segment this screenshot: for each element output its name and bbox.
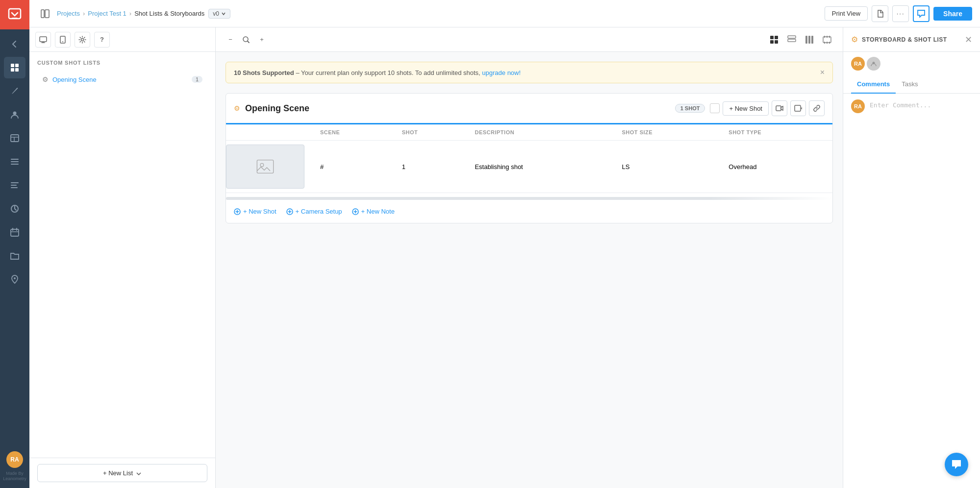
grid4-view-button[interactable] (766, 32, 782, 48)
upgrade-link[interactable]: upgrade now! (482, 69, 521, 76)
zoom-in-button[interactable]: + (255, 33, 269, 47)
scene-title: Opening Scene (245, 103, 670, 114)
sidebar-item-users[interactable] (4, 104, 25, 125)
sidebar-item-list[interactable] (4, 151, 25, 172)
tablet-view-button[interactable] (55, 32, 71, 48)
svg-rect-45 (824, 42, 825, 44)
sidebar-item-storyboard[interactable] (4, 57, 25, 78)
left-panel: ? CUSTOM SHOT LISTS ⚙ Opening Scene 1 + … (29, 27, 216, 488)
breadcrumb-current: Shot Lists & Storyboards (134, 10, 204, 17)
col-thumbnail (226, 124, 312, 141)
main-toolbar: − + (216, 27, 843, 52)
svg-rect-35 (775, 40, 778, 44)
new-note-label: + New Note (361, 208, 395, 215)
app-logo[interactable] (0, 0, 29, 29)
scene-item-label: Opening Scene (52, 76, 188, 83)
version-badge[interactable]: v0 (208, 9, 230, 19)
shot-type-cell[interactable]: Overhead (721, 141, 832, 193)
camera-setup-button[interactable]: + Camera Setup (286, 208, 342, 215)
more-options-button[interactable]: ··· (892, 5, 909, 22)
sidebar-item-boards[interactable] (4, 127, 25, 149)
col-shot-size: SHOT SIZE (614, 124, 721, 141)
share-button[interactable]: Share (933, 7, 972, 21)
scene-header-actions: + New Shot (710, 100, 825, 116)
user-avatar[interactable]: RA (6, 451, 23, 468)
shot-thumbnail[interactable] (226, 145, 304, 189)
new-note-button[interactable]: + New Note (352, 208, 395, 215)
list-view-button[interactable] (784, 32, 800, 48)
right-panel-close-button[interactable]: ✕ (965, 34, 972, 45)
new-shot-footer-button[interactable]: + New Shot (234, 208, 276, 215)
zoom-out-button[interactable]: − (224, 33, 237, 47)
svg-rect-22 (41, 10, 44, 18)
tab-tasks[interactable]: Tasks (896, 75, 924, 94)
grid3-view-button[interactable] (802, 32, 817, 48)
svg-rect-47 (829, 42, 830, 44)
new-shot-footer-label: + New Shot (243, 208, 276, 215)
add-image-button[interactable] (790, 100, 806, 116)
svg-rect-32 (770, 36, 774, 39)
document-icon-button[interactable] (872, 5, 888, 22)
svg-rect-0 (9, 9, 21, 19)
sidebar-item-edit[interactable] (4, 80, 25, 102)
breadcrumb-project[interactable]: Project Test 1 (88, 10, 126, 17)
col-shot-type: SHOT TYPE (721, 124, 832, 141)
svg-rect-37 (788, 39, 796, 42)
new-list-button[interactable]: + New List (37, 464, 207, 482)
video-camera-button[interactable] (772, 100, 787, 116)
scene-section: ⚙ Opening Scene 1 SHOT + New Shot (226, 93, 833, 223)
made-by: Made By Leanometry (3, 471, 26, 482)
shot-table: SCENE SHOT DESCRIPTION SHOT SIZE SHOT TY… (226, 124, 832, 193)
scene-footer: + New Shot + Camera Setup + New Note (226, 200, 832, 223)
shot-size-cell[interactable]: LS (614, 141, 721, 193)
sidebar-item-back[interactable] (4, 33, 25, 55)
svg-point-21 (14, 277, 16, 279)
left-panel-footer: + New List (29, 458, 215, 488)
shot-description-cell[interactable]: Establishing shot (467, 141, 614, 193)
shot-number-cell: 1 (394, 141, 467, 193)
sidebar-item-folder[interactable] (4, 245, 25, 267)
desktop-view-button[interactable] (35, 32, 51, 48)
scene-checkbox[interactable] (710, 103, 720, 113)
zoom-icon[interactable] (239, 33, 253, 47)
col-scene: SCENE (312, 124, 394, 141)
chat-bubble-button[interactable] (945, 453, 968, 476)
sidebar-item-circle[interactable] (4, 198, 25, 220)
scene-item-opening[interactable]: ⚙ Opening Scene 1 (37, 72, 207, 87)
svg-rect-23 (45, 10, 49, 18)
header-actions: Print View ··· Share (825, 5, 972, 22)
svg-rect-1 (12, 18, 18, 19)
alert-close-button[interactable]: × (820, 68, 825, 77)
svg-rect-36 (788, 36, 796, 38)
svg-rect-38 (805, 36, 807, 44)
help-button[interactable]: ? (94, 32, 110, 48)
link-button[interactable] (809, 100, 825, 116)
main-wrapper: Projects › Project Test 1 › Shot Lists &… (29, 0, 980, 488)
breadcrumb-sep1: › (83, 10, 85, 17)
sidebar: RA Made By Leanometry (0, 0, 29, 488)
tab-comments[interactable]: Comments (851, 75, 896, 94)
scene-shot-badge: 1 SHOT (675, 104, 705, 113)
view-buttons (766, 32, 835, 48)
print-view-button[interactable]: Print View (825, 6, 868, 21)
table-row[interactable]: # 1 Establishing shot LS Overhead (226, 141, 832, 193)
sidebar-item-calendar[interactable] (4, 221, 25, 243)
custom-shot-lists-title: CUSTOM SHOT LISTS (37, 60, 207, 66)
alert-bold-text: 10 Shots Supported (234, 69, 294, 76)
comments-panel-button[interactable] (913, 5, 930, 22)
scene-shot-count-badge: 1 (192, 76, 202, 83)
new-shot-header-button[interactable]: + New Shot (723, 101, 769, 116)
svg-point-29 (81, 38, 84, 41)
panel-avatar-ra[interactable]: RA (851, 57, 865, 71)
sidebar-item-location[interactable] (4, 268, 25, 290)
comment-input-row: RA (851, 99, 972, 113)
panel-avatar-alt[interactable] (867, 57, 880, 71)
sidebar-item-lines[interactable] (4, 174, 25, 196)
settings-button[interactable] (75, 32, 90, 48)
svg-rect-34 (770, 40, 774, 44)
sidebar-toggle-button[interactable] (37, 6, 53, 22)
film-view-button[interactable] (819, 32, 835, 48)
breadcrumb-projects[interactable]: Projects (57, 10, 80, 17)
comment-input[interactable] (870, 99, 972, 111)
scene-storyboard-icon: ⚙ (234, 104, 240, 112)
